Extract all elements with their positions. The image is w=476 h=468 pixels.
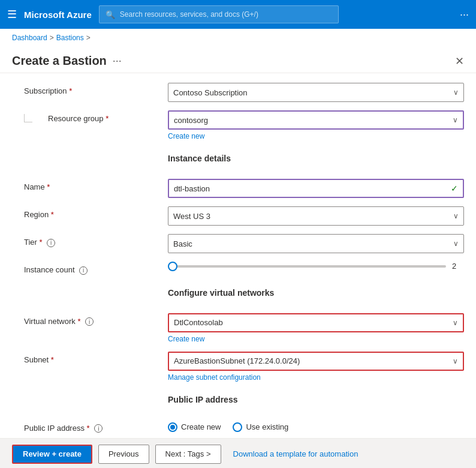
search-icon: 🔍 xyxy=(106,10,115,19)
public-ip-info-icon[interactable]: i xyxy=(94,424,103,433)
name-check-icon: ✓ xyxy=(451,184,458,193)
footer: Review + create Previous Next : Tags > D… xyxy=(0,438,476,468)
public-ip-label: Public IP address * i xyxy=(12,420,168,433)
instance-details-header: Instance details xyxy=(168,154,464,163)
instance-count-field: 2 xyxy=(168,262,464,271)
subscription-arrow: ∨ xyxy=(453,88,459,97)
instance-count-info-icon[interactable]: i xyxy=(79,266,88,275)
breadcrumb-bastions[interactable]: Bastions xyxy=(56,34,84,42)
vnet-label: Virtual network * i xyxy=(12,313,168,326)
resource-group-arrow: ∨ xyxy=(453,116,458,124)
slider-thumb[interactable] xyxy=(168,262,177,271)
breadcrumb-sep-2: > xyxy=(86,34,91,42)
instance-count-slider: 2 xyxy=(168,262,464,271)
public-ip-row: Public IP address * i Create new Use exi… xyxy=(12,420,464,433)
region-arrow: ∨ xyxy=(453,212,459,220)
vnet-row: Virtual network * i DtlContosolab ∨ Crea… xyxy=(12,313,464,343)
vnet-select[interactable]: DtlContosolab ∨ xyxy=(168,313,464,332)
search-placeholder: Search resources, services, and docs (G+… xyxy=(120,10,258,19)
manage-subnet-link[interactable]: Manage subnet configuration xyxy=(168,373,261,382)
radio-use-existing-circle[interactable] xyxy=(233,422,242,432)
name-row: Name * dtl-bastion ✓ xyxy=(12,179,464,198)
slider-track[interactable] xyxy=(168,265,446,268)
name-label: Name * xyxy=(12,179,168,191)
radio-use-existing[interactable]: Use existing xyxy=(233,422,288,432)
tier-info-icon[interactable]: i xyxy=(47,239,55,247)
subscription-select[interactable]: Contoso Subscription ∨ xyxy=(168,83,464,102)
breadcrumb-dashboard[interactable]: Dashboard xyxy=(12,34,47,42)
region-field: West US 3 ∨ xyxy=(168,206,464,226)
resource-group-label: Resource group * xyxy=(12,110,168,123)
hamburger-icon[interactable]: ☰ xyxy=(7,8,17,21)
review-create-button[interactable]: Review + create xyxy=(12,445,92,464)
subnet-arrow: ∨ xyxy=(453,357,458,365)
public-ip-radio-group: Create new Use existing xyxy=(168,420,464,432)
name-select[interactable]: dtl-bastion ✓ xyxy=(168,179,464,198)
vnet-field: DtlContosolab ∨ Create new xyxy=(168,313,464,343)
subscription-value: Contoso Subscription xyxy=(173,88,248,97)
instance-details-section: Instance details xyxy=(12,149,464,170)
page-options-icon[interactable]: ··· xyxy=(113,55,122,67)
topbar: ☰ Microsoft Azure 🔍 Search resources, se… xyxy=(0,0,476,29)
slider-value: 2 xyxy=(452,262,464,271)
name-value: dtl-bastion xyxy=(174,184,210,193)
topbar-ellipsis[interactable]: ··· xyxy=(460,8,469,21)
radio-use-existing-label: Use existing xyxy=(246,422,288,431)
close-button[interactable]: ✕ xyxy=(455,55,464,68)
tier-select[interactable]: Basic ∨ xyxy=(168,234,464,253)
region-label: Region * xyxy=(12,206,168,219)
configure-vnet-header: Configure virtual networks xyxy=(168,288,464,298)
app-title: Microsoft Azure xyxy=(24,10,92,20)
radio-create-new[interactable]: Create new xyxy=(168,422,221,432)
resource-group-row: Resource group * contosorg ∨ Create new xyxy=(12,110,464,140)
subscription-row: Subscription * Contoso Subscription ∨ xyxy=(12,83,464,102)
subscription-field: Contoso Subscription ∨ xyxy=(168,83,464,102)
vnet-info-icon[interactable]: i xyxy=(85,317,94,326)
subnet-select[interactable]: AzureBastionSubnet (172.24.0.0/24) ∨ xyxy=(168,352,464,371)
vnet-arrow: ∨ xyxy=(453,319,458,327)
form-area: Subscription * Contoso Subscription ∨ Re… xyxy=(0,73,476,438)
search-bar[interactable]: 🔍 Search resources, services, and docs (… xyxy=(99,5,339,23)
page-header: Create a Bastion ··· ✕ xyxy=(0,47,476,73)
tier-value: Basic xyxy=(173,239,192,248)
download-template-link[interactable]: Download a template for automation xyxy=(233,449,358,458)
tier-label: Tier * i xyxy=(12,234,168,247)
instance-count-label: Instance count i xyxy=(12,262,168,275)
breadcrumb: Dashboard > Bastions > xyxy=(0,29,476,47)
public-ip-header: Public IP address xyxy=(168,395,464,404)
subnet-value: AzureBastionSubnet (172.24.0.0/24) xyxy=(174,356,300,365)
configure-vnet-section: Configure virtual networks xyxy=(12,283,464,305)
region-row: Region * West US 3 ∨ xyxy=(12,206,464,226)
create-new-rg-link[interactable]: Create new xyxy=(168,132,204,140)
public-ip-field: Create new Use existing xyxy=(168,420,464,432)
subnet-label: Subnet * xyxy=(12,352,168,364)
main-content: Create a Bastion ··· ✕ Subscription * Co… xyxy=(0,47,476,468)
region-select[interactable]: West US 3 ∨ xyxy=(168,206,464,226)
radio-create-new-label: Create new xyxy=(181,422,221,431)
vnet-value: DtlContosolab xyxy=(174,318,223,327)
create-new-vnet-link[interactable]: Create new xyxy=(168,335,204,343)
radio-create-new-circle[interactable] xyxy=(168,422,177,432)
public-ip-section: Public IP address xyxy=(12,390,464,412)
tier-field: Basic ∨ xyxy=(168,234,464,253)
name-field: dtl-bastion ✓ xyxy=(168,179,464,198)
page-title: Create a Bastion xyxy=(12,54,107,68)
region-value: West US 3 xyxy=(173,212,210,221)
resource-group-value: contosorg xyxy=(174,116,208,125)
tier-row: Tier * i Basic ∨ xyxy=(12,234,464,253)
resource-group-select[interactable]: contosorg ∨ xyxy=(168,110,464,130)
resource-group-field: contosorg ∨ Create new xyxy=(168,110,464,140)
tier-arrow: ∨ xyxy=(453,239,459,248)
subnet-field: AzureBastionSubnet (172.24.0.0/24) ∨ Man… xyxy=(168,352,464,382)
subscription-label: Subscription * xyxy=(12,83,168,95)
next-button[interactable]: Next : Tags > xyxy=(155,445,221,464)
instance-count-row: Instance count i 2 xyxy=(12,262,464,275)
subnet-row: Subnet * AzureBastionSubnet (172.24.0.0/… xyxy=(12,352,464,382)
breadcrumb-sep-1: > xyxy=(50,34,54,42)
previous-button[interactable]: Previous xyxy=(98,445,149,464)
